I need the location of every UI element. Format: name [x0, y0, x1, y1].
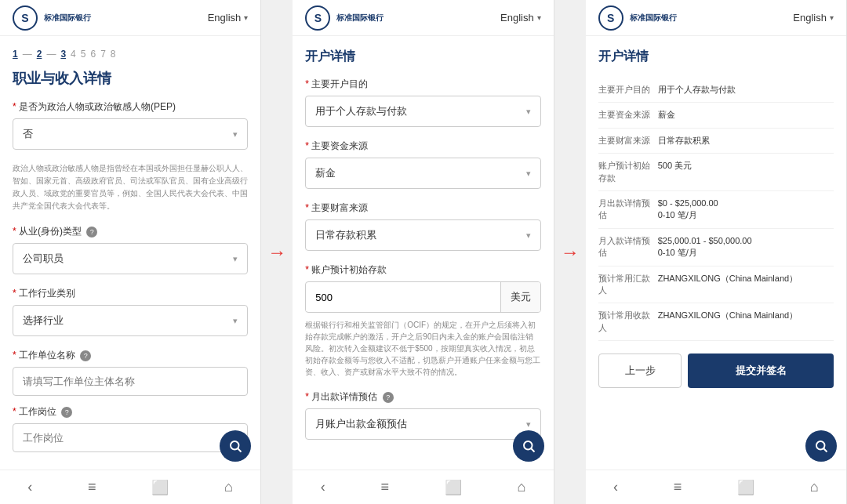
- summary-row-4: 月出款详情预估 $0 - $25,000.000-10 笔/月: [598, 191, 834, 229]
- help-icon[interactable]: ?: [80, 350, 91, 361]
- summary-row-1: 主要资金来源 薪金: [598, 103, 834, 128]
- step-4[interactable]: 4: [71, 49, 76, 60]
- search-icon: [814, 439, 828, 453]
- job-title-label: 工作岗位 ?: [13, 405, 248, 419]
- step-2[interactable]: 2: [37, 49, 42, 60]
- chevron-down-icon: ▾: [526, 169, 531, 179]
- monthly-withdrawal-select[interactable]: 月账户出款金额预估 ▾: [305, 408, 540, 440]
- company-name-field: 工作单位名称 ?: [13, 349, 248, 399]
- summary-row-5: 月入款详情预估 $25,000.01 - $50,000.000-10 笔/月: [598, 229, 834, 267]
- arrow-1: →: [261, 0, 293, 504]
- step-3[interactable]: 3: [60, 49, 66, 60]
- initial-deposit-field: 账户预计初始存款 美元: [305, 263, 540, 313]
- svg-line-5: [823, 448, 827, 452]
- header-3: S 标准国际银行 English ▾: [586, 0, 846, 36]
- chevron-down-icon: ▾: [830, 13, 834, 22]
- step-1[interactable]: 1: [13, 49, 18, 60]
- summary-label-5: 月入款详情预估: [598, 235, 652, 259]
- initial-deposit-input[interactable]: [306, 284, 500, 311]
- occupation-type-label: 从业(身份)类型 ?: [13, 225, 248, 238]
- svg-point-2: [524, 441, 533, 450]
- logo-area-1: S 标准国际银行: [13, 5, 91, 31]
- summary-row-6: 预计常用汇款人 ZHANGXILONG（China Mainland）: [598, 267, 834, 304]
- back-nav-icon[interactable]: ‹: [613, 479, 618, 495]
- chevron-down-icon: ▾: [526, 107, 531, 117]
- page-title-3: 开户详情: [598, 49, 834, 65]
- company-name-input[interactable]: [13, 367, 248, 396]
- arrow-right-icon: →: [561, 241, 580, 263]
- fund-source-select[interactable]: 薪金 ▾: [305, 158, 540, 189]
- account-purpose-select[interactable]: 用于个人存款与付款 ▾: [305, 96, 540, 127]
- arrow-right-icon: →: [267, 241, 286, 263]
- submit-button[interactable]: 提交并签名: [688, 354, 834, 388]
- logo-text-3: 标准国际银行: [630, 13, 677, 23]
- step-7[interactable]: 7: [100, 49, 106, 60]
- chevron-down-icon: ▾: [233, 254, 238, 264]
- fund-source-field: 主要资金来源 薪金 ▾: [305, 140, 540, 189]
- industry-select[interactable]: 选择行业 ▾: [13, 305, 248, 336]
- initial-deposit-label: 账户预计初始存款: [305, 263, 540, 277]
- account-purpose-label: 主要开户目的: [305, 78, 540, 91]
- search-icon: [228, 439, 242, 453]
- lang-selector-1[interactable]: English ▾: [208, 12, 249, 24]
- logo-area-3: S 标准国际银行: [598, 5, 677, 31]
- page-title-2: 开户详情: [305, 49, 540, 65]
- summary-row-0: 主要开户目的 用于个人存款与付款: [598, 78, 834, 103]
- currency-suffix: 美元: [500, 282, 540, 312]
- help-icon[interactable]: ?: [86, 227, 97, 237]
- summary-value-5: $25,000.01 - $50,000.000-10 笔/月: [658, 235, 834, 259]
- back-nav-icon[interactable]: ‹: [321, 479, 325, 495]
- help-icon[interactable]: ?: [61, 407, 72, 418]
- summary-value-1: 薪金: [658, 109, 834, 121]
- pep-select[interactable]: 否 ▾: [13, 118, 248, 150]
- window-nav-icon[interactable]: ⬜: [445, 479, 462, 496]
- chevron-down-icon: ▾: [537, 13, 541, 22]
- summary-label-4: 月出款详情预估: [598, 198, 652, 222]
- chevron-down-icon: ▾: [526, 419, 531, 430]
- summary-label-0: 主要开户目的: [598, 84, 652, 96]
- wealth-source-field: 主要财富来源 日常存款积累 ▾: [305, 201, 540, 251]
- help-icon[interactable]: ?: [383, 392, 394, 403]
- chevron-down-icon: ▾: [233, 316, 238, 326]
- summary-value-0: 用于个人存款与付款: [658, 84, 834, 96]
- step-5[interactable]: 5: [81, 49, 86, 60]
- industry-field: 工作行业类别 选择行业 ▾: [13, 287, 248, 336]
- home-nav-icon[interactable]: ⌂: [810, 479, 819, 495]
- home-nav-icon[interactable]: ⌂: [517, 479, 525, 495]
- deposit-help-text: 根据银行行和相关监管部门（OCIF）的规定，在开户之后须将入初始存款完成帐户的激…: [305, 319, 540, 378]
- step-dash-1: —: [23, 49, 32, 60]
- window-nav-icon[interactable]: ⬜: [737, 479, 754, 496]
- summary-label-2: 主要财富来源: [598, 135, 652, 147]
- step-6[interactable]: 6: [90, 49, 96, 60]
- svg-line-3: [531, 448, 535, 452]
- lang-selector-2[interactable]: English ▾: [500, 12, 541, 24]
- wealth-source-label: 主要财富来源: [305, 201, 540, 215]
- home-nav-icon[interactable]: ⌂: [224, 479, 233, 495]
- svg-point-4: [816, 441, 825, 450]
- window-nav-icon[interactable]: ⬜: [151, 479, 169, 496]
- job-title-input[interactable]: [13, 423, 248, 452]
- menu-nav-icon[interactable]: ≡: [88, 479, 96, 495]
- summary-row-7: 预计常用收款人 ZHANGXILONG（China Mainland）: [598, 303, 834, 341]
- logo-icon-2: S: [305, 5, 330, 31]
- back-button[interactable]: 上一步: [598, 354, 682, 388]
- menu-nav-icon[interactable]: ≡: [380, 479, 389, 495]
- summary-label-3: 账户预计初始存款: [598, 160, 652, 184]
- wealth-source-select[interactable]: 日常存款积累 ▾: [305, 219, 540, 251]
- steps-row: 1 — 2 — 3 4 5 6 7 8: [13, 49, 248, 60]
- initial-deposit-input-wrapper: 美元: [305, 281, 540, 313]
- logo-text-2: 标准国际银行: [336, 13, 384, 23]
- lang-selector-3[interactable]: English ▾: [793, 12, 834, 24]
- fab-button-3[interactable]: [805, 430, 837, 462]
- back-nav-icon[interactable]: ‹: [27, 479, 32, 495]
- panel-3: S 标准国际银行 English ▾ 开户详情 主要开户目的 用于个人存款与付款…: [586, 0, 847, 504]
- panel-1: S 标准国际银行 English ▾ 1 — 2 — 3 4 5 6 7 8 职…: [0, 0, 261, 504]
- monthly-withdrawal-field: 月出款详情预估 ? 月账户出款金额预估 ▾: [305, 390, 540, 440]
- step-8[interactable]: 8: [111, 49, 116, 60]
- occupation-type-select[interactable]: 公司职员 ▾: [13, 243, 248, 274]
- fab-button-2[interactable]: [513, 430, 544, 462]
- company-name-label: 工作单位名称 ?: [13, 349, 248, 362]
- summary-value-7: ZHANGXILONG（China Mainland）: [658, 310, 834, 334]
- logo-text-1: 标准国际银行: [44, 13, 91, 23]
- menu-nav-icon[interactable]: ≡: [674, 479, 682, 495]
